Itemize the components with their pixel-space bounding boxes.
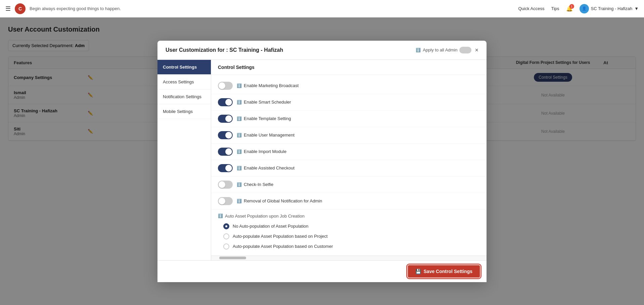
user-name: SC Training - Hafizah (591, 6, 633, 11)
setting-text-smart-scheduler: Enable Smart Scheduler (244, 100, 291, 105)
radio-option-by-customer[interactable]: Auto-populate Asset Population based on … (223, 241, 480, 252)
apply-all-label: ℹ️ Apply to all Admin (416, 47, 471, 53)
setting-label-assisted-checkout: ℹ️ Enable Assisted Checkout (237, 165, 294, 170)
setting-text-global-notif: Removal of Global Notification for Admin (244, 198, 322, 203)
toggle-knob (225, 165, 232, 171)
toggle-template-setting[interactable] (218, 115, 233, 123)
avatar: 👤 (580, 4, 589, 13)
toggle-knob (219, 198, 225, 204)
setting-text-template: Enable Template Setting (244, 116, 291, 121)
setting-text-marketing: Enable Marketing Broadcast (244, 83, 298, 88)
setting-info-icon: ℹ️ (237, 199, 242, 203)
toggle-global-notification[interactable] (218, 197, 233, 205)
setting-text-user-management: Enable User Management (244, 132, 294, 138)
setting-info-icon: ℹ️ (237, 116, 242, 121)
setting-text-assisted-checkout: Enable Assisted Checkout (244, 165, 294, 170)
setting-text-import-module: Enable Import Module (244, 149, 286, 154)
nav-left: ☰ C Begin always expecting good things t… (5, 3, 514, 14)
horizontal-scrollbar[interactable] (211, 256, 487, 260)
auto-asset-label: Auto Asset Population upon Job Creation (225, 214, 305, 219)
radio-label-by-project: Auto-populate Asset Population based on … (233, 234, 328, 239)
save-button-label: Save Control Settings (424, 269, 472, 274)
setting-label-global-notif: ℹ️ Removal of Global Notification for Ad… (237, 198, 322, 203)
modal-content-area: Control Settings ℹ️ Enable Marketing Bro… (211, 60, 487, 260)
radio-group-asset: No Auto-population of Asset Population A… (211, 220, 487, 253)
setting-info-icon: ℹ️ (237, 149, 242, 154)
auto-asset-section-label: ℹ️ Auto Asset Population upon Job Creati… (211, 209, 487, 220)
setting-info-icon: ℹ️ (237, 100, 242, 105)
toggle-knob (225, 148, 232, 155)
notification-badge: 1 (569, 4, 574, 9)
nav-right: Quick Access Tips 🔔 1 👤 SC Training - Ha… (518, 4, 639, 13)
radio-label-by-customer: Auto-populate Asset Population based on … (233, 244, 333, 249)
sidebar-item-access-settings[interactable]: Access Settings (157, 75, 211, 89)
setting-row-template: ℹ️ Enable Template Setting (211, 111, 487, 127)
save-control-settings-button[interactable]: 💾 Save Control Settings (408, 265, 480, 277)
top-navigation: ☰ C Begin always expecting good things t… (0, 0, 644, 17)
content-section-title: Control Settings (211, 60, 487, 75)
toggle-knob (219, 82, 225, 89)
save-icon: 💾 (415, 269, 421, 274)
radio-no-auto-population[interactable] (223, 223, 229, 229)
setting-row-marketing: ℹ️ Enable Marketing Broadcast (211, 78, 487, 94)
setting-row-user-management: ℹ️ Enable User Management (211, 127, 487, 144)
setting-row-global-notif: ℹ️ Removal of Global Notification for Ad… (211, 193, 487, 209)
radio-option-no-auto[interactable]: No Auto-population of Asset Population (223, 221, 480, 231)
toggle-checkin-selfie[interactable] (218, 181, 233, 189)
toggle-knob (219, 181, 225, 188)
setting-row-import-module: ℹ️ Enable Import Module (211, 144, 487, 160)
modal-footer: 💾 Save Control Settings (157, 260, 487, 282)
save-button-outline: 💾 Save Control Settings (408, 265, 480, 277)
user-customization-modal: User Customization for : SC Training - H… (157, 41, 487, 282)
toggle-user-management[interactable] (218, 131, 233, 139)
sidebar-item-notification-settings[interactable]: Notification Settings (157, 89, 211, 104)
quick-access-link[interactable]: Quick Access (518, 6, 544, 11)
modal-overlay: User Customization for : SC Training - H… (0, 17, 644, 305)
notifications-icon[interactable]: 🔔 1 (566, 5, 573, 12)
modal-body: Control Settings Access Settings Notific… (157, 60, 487, 260)
tips-link[interactable]: Tips (551, 6, 559, 11)
setting-row-assisted-checkout: ℹ️ Enable Assisted Checkout (211, 160, 487, 177)
toggle-assisted-checkout[interactable] (218, 164, 233, 172)
setting-label-template: ℹ️ Enable Template Setting (237, 116, 291, 121)
radio-by-project[interactable] (223, 233, 229, 239)
apply-info-icon: ℹ️ (416, 48, 421, 52)
toggle-import-module[interactable] (218, 148, 233, 156)
modal-title: User Customization for : SC Training - H… (166, 47, 283, 53)
setting-label-smart-scheduler: ℹ️ Enable Smart Scheduler (237, 100, 291, 105)
toggle-marketing-broadcast[interactable] (218, 82, 233, 90)
auto-asset-info-icon: ℹ️ (218, 214, 223, 218)
setting-info-icon: ℹ️ (237, 83, 242, 88)
radio-option-by-project[interactable]: Auto-populate Asset Population based on … (223, 231, 480, 241)
setting-label-marketing: ℹ️ Enable Marketing Broadcast (237, 83, 298, 88)
setting-row-checkin-selfie: ℹ️ Check-In Selfie (211, 177, 487, 193)
setting-info-icon: ℹ️ (237, 166, 242, 170)
horizontal-scroll-thumb (219, 257, 246, 259)
apply-all-text: Apply to all Admin (423, 47, 457, 52)
toggle-knob (225, 115, 232, 122)
modal-header: User Customization for : SC Training - H… (157, 41, 487, 60)
radio-by-customer[interactable] (223, 243, 229, 250)
toggle-knob (225, 132, 232, 139)
user-dropdown-chevron-icon: ▼ (634, 6, 639, 11)
setting-label-user-management: ℹ️ Enable User Management (237, 132, 294, 138)
modal-close-button[interactable]: × (475, 47, 478, 53)
toggle-knob (225, 99, 232, 106)
main-background: User Account Customization Currently Sel… (0, 17, 644, 305)
setting-row-smart-scheduler: ℹ️ Enable Smart Scheduler (211, 94, 487, 111)
tagline: Begin always expecting good things to ha… (30, 6, 121, 11)
user-menu[interactable]: 👤 SC Training - Hafizah ▼ (580, 4, 639, 13)
modal-sidebar: Control Settings Access Settings Notific… (157, 60, 211, 260)
sidebar-item-mobile-settings[interactable]: Mobile Settings (157, 104, 211, 119)
setting-info-icon: ℹ️ (237, 182, 242, 187)
radio-label-no-auto: No Auto-population of Asset Population (233, 224, 309, 229)
setting-info-icon: ℹ️ (237, 133, 242, 138)
toggle-smart-scheduler[interactable] (218, 98, 233, 106)
hamburger-menu-icon[interactable]: ☰ (5, 5, 11, 12)
settings-list: ℹ️ Enable Marketing Broadcast ℹ️ Enable … (211, 75, 487, 256)
apply-all-toggle[interactable] (459, 47, 471, 53)
sidebar-item-control-settings[interactable]: Control Settings (157, 60, 211, 75)
setting-label-import-module: ℹ️ Enable Import Module (237, 149, 286, 154)
app-logo: C (15, 3, 26, 14)
modal-header-right: ℹ️ Apply to all Admin × (416, 47, 478, 53)
